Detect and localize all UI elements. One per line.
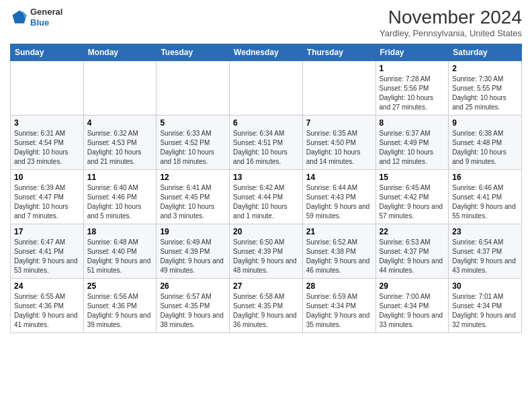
day-info: Sunrise: 6:59 AM Sunset: 4:34 PM Dayligh…: [306, 292, 372, 330]
calendar-cell: 25Sunrise: 6:56 AM Sunset: 4:36 PM Dayli…: [83, 279, 157, 333]
col-header-friday: Friday: [375, 44, 449, 61]
calendar-cell: 19Sunrise: 6:49 AM Sunset: 4:39 PM Dayli…: [157, 224, 230, 279]
calendar: SundayMondayTuesdayWednesdayThursdayFrid…: [10, 44, 522, 333]
calendar-cell: 6Sunrise: 6:34 AM Sunset: 4:51 PM Daylig…: [230, 116, 303, 170]
calendar-cell: [83, 61, 157, 116]
day-info: Sunrise: 7:30 AM Sunset: 5:55 PM Dayligh…: [452, 75, 518, 112]
day-info: Sunrise: 6:41 AM Sunset: 4:45 PM Dayligh…: [160, 183, 226, 221]
day-info: Sunrise: 6:37 AM Sunset: 4:49 PM Dayligh…: [380, 129, 445, 167]
day-number: 6: [233, 118, 299, 128]
day-number: 15: [380, 173, 445, 182]
day-number: 24: [14, 281, 80, 291]
calendar-cell: 30Sunrise: 7:01 AM Sunset: 4:34 PM Dayli…: [449, 279, 522, 333]
day-info: Sunrise: 6:39 AM Sunset: 4:47 PM Dayligh…: [14, 183, 80, 221]
calendar-week-3: 10Sunrise: 6:39 AM Sunset: 4:47 PM Dayli…: [11, 170, 522, 224]
title-section: November 2024 Yardley, Pennsylvania, Uni…: [380, 7, 522, 38]
col-header-sunday: Sunday: [11, 44, 84, 61]
col-header-thursday: Thursday: [302, 44, 375, 61]
calendar-cell: 3Sunrise: 6:31 AM Sunset: 4:54 PM Daylig…: [11, 116, 84, 170]
calendar-cell: 29Sunrise: 7:00 AM Sunset: 4:34 PM Dayli…: [375, 279, 449, 333]
calendar-cell: 28Sunrise: 6:59 AM Sunset: 4:34 PM Dayli…: [302, 279, 375, 333]
day-info: Sunrise: 6:56 AM Sunset: 4:36 PM Dayligh…: [87, 292, 153, 330]
month-title: November 2024: [380, 7, 522, 28]
day-number: 1: [380, 64, 445, 73]
day-info: Sunrise: 6:31 AM Sunset: 4:54 PM Dayligh…: [14, 129, 80, 167]
day-info: Sunrise: 7:28 AM Sunset: 5:56 PM Dayligh…: [380, 75, 445, 112]
day-info: Sunrise: 6:40 AM Sunset: 4:46 PM Dayligh…: [87, 183, 153, 221]
day-number: 17: [14, 227, 80, 236]
calendar-week-1: 1Sunrise: 7:28 AM Sunset: 5:56 PM Daylig…: [11, 61, 522, 116]
day-info: Sunrise: 6:53 AM Sunset: 4:37 PM Dayligh…: [380, 238, 445, 275]
location: Yardley, Pennsylvania, United States: [380, 28, 522, 38]
calendar-cell: 8Sunrise: 6:37 AM Sunset: 4:49 PM Daylig…: [375, 116, 449, 170]
day-info: Sunrise: 6:55 AM Sunset: 4:36 PM Dayligh…: [14, 292, 80, 330]
day-info: Sunrise: 6:52 AM Sunset: 4:38 PM Dayligh…: [306, 238, 372, 275]
day-number: 3: [14, 118, 80, 128]
calendar-cell: 27Sunrise: 6:58 AM Sunset: 4:35 PM Dayli…: [230, 279, 303, 333]
day-info: Sunrise: 6:44 AM Sunset: 4:43 PM Dayligh…: [306, 183, 372, 221]
calendar-cell: 12Sunrise: 6:41 AM Sunset: 4:45 PM Dayli…: [157, 170, 230, 224]
day-info: Sunrise: 6:33 AM Sunset: 4:52 PM Dayligh…: [160, 129, 226, 167]
day-number: 30: [452, 281, 518, 291]
day-info: Sunrise: 6:32 AM Sunset: 4:53 PM Dayligh…: [87, 129, 153, 167]
day-info: Sunrise: 6:38 AM Sunset: 4:48 PM Dayligh…: [452, 129, 518, 167]
col-header-tuesday: Tuesday: [157, 44, 230, 61]
calendar-cell: 18Sunrise: 6:48 AM Sunset: 4:40 PM Dayli…: [83, 224, 157, 279]
day-number: 19: [160, 227, 226, 236]
day-number: 11: [87, 173, 153, 182]
page: General Blue November 2024 Yardley, Penn…: [0, 0, 532, 411]
header: General Blue November 2024 Yardley, Penn…: [10, 7, 522, 38]
day-info: Sunrise: 6:48 AM Sunset: 4:40 PM Dayligh…: [87, 238, 153, 275]
calendar-cell: 24Sunrise: 6:55 AM Sunset: 4:36 PM Dayli…: [11, 279, 84, 333]
day-number: 2: [452, 64, 518, 73]
calendar-cell: 7Sunrise: 6:35 AM Sunset: 4:50 PM Daylig…: [302, 116, 375, 170]
calendar-cell: 17Sunrise: 6:47 AM Sunset: 4:41 PM Dayli…: [11, 224, 84, 279]
calendar-cell: 13Sunrise: 6:42 AM Sunset: 4:44 PM Dayli…: [230, 170, 303, 224]
day-number: 4: [87, 118, 153, 128]
day-number: 5: [160, 118, 226, 128]
calendar-cell: 1Sunrise: 7:28 AM Sunset: 5:56 PM Daylig…: [375, 61, 449, 116]
day-number: 29: [380, 281, 445, 291]
calendar-cell: 21Sunrise: 6:52 AM Sunset: 4:38 PM Dayli…: [302, 224, 375, 279]
day-info: Sunrise: 6:58 AM Sunset: 4:35 PM Dayligh…: [233, 292, 299, 330]
day-number: 20: [233, 227, 299, 236]
day-number: 12: [160, 173, 226, 182]
day-number: 8: [380, 118, 445, 128]
day-info: Sunrise: 7:00 AM Sunset: 4:34 PM Dayligh…: [380, 292, 445, 330]
day-info: Sunrise: 6:34 AM Sunset: 4:51 PM Dayligh…: [233, 129, 299, 167]
day-number: 14: [306, 173, 372, 182]
calendar-cell: 4Sunrise: 6:32 AM Sunset: 4:53 PM Daylig…: [83, 116, 157, 170]
calendar-cell: [11, 61, 84, 116]
day-info: Sunrise: 6:46 AM Sunset: 4:41 PM Dayligh…: [452, 183, 518, 221]
day-info: Sunrise: 6:57 AM Sunset: 4:35 PM Dayligh…: [160, 292, 226, 330]
calendar-cell: 15Sunrise: 6:45 AM Sunset: 4:42 PM Dayli…: [375, 170, 449, 224]
calendar-header-row: SundayMondayTuesdayWednesdayThursdayFrid…: [11, 44, 522, 61]
day-number: 10: [14, 173, 80, 182]
day-info: Sunrise: 6:50 AM Sunset: 4:39 PM Dayligh…: [233, 238, 299, 275]
calendar-week-4: 17Sunrise: 6:47 AM Sunset: 4:41 PM Dayli…: [11, 224, 522, 279]
col-header-saturday: Saturday: [449, 44, 522, 61]
day-number: 27: [233, 281, 299, 291]
day-info: Sunrise: 6:45 AM Sunset: 4:42 PM Dayligh…: [380, 183, 445, 221]
calendar-cell: 20Sunrise: 6:50 AM Sunset: 4:39 PM Dayli…: [230, 224, 303, 279]
day-number: 7: [306, 118, 372, 128]
calendar-cell: [157, 61, 230, 116]
calendar-cell: [230, 61, 303, 116]
calendar-week-2: 3Sunrise: 6:31 AM Sunset: 4:54 PM Daylig…: [11, 116, 522, 170]
calendar-cell: 11Sunrise: 6:40 AM Sunset: 4:46 PM Dayli…: [83, 170, 157, 224]
day-number: 28: [306, 281, 372, 291]
logo-text: General Blue: [30, 7, 62, 28]
calendar-cell: 9Sunrise: 6:38 AM Sunset: 4:48 PM Daylig…: [449, 116, 522, 170]
day-info: Sunrise: 6:54 AM Sunset: 4:37 PM Dayligh…: [452, 238, 518, 275]
calendar-week-5: 24Sunrise: 6:55 AM Sunset: 4:36 PM Dayli…: [11, 279, 522, 333]
logo-icon: [10, 8, 29, 27]
day-number: 22: [380, 227, 445, 236]
day-number: 26: [160, 281, 226, 291]
calendar-cell: 22Sunrise: 6:53 AM Sunset: 4:37 PM Dayli…: [375, 224, 449, 279]
calendar-cell: 16Sunrise: 6:46 AM Sunset: 4:41 PM Dayli…: [449, 170, 522, 224]
calendar-cell: 26Sunrise: 6:57 AM Sunset: 4:35 PM Dayli…: [157, 279, 230, 333]
calendar-cell: 2Sunrise: 7:30 AM Sunset: 5:55 PM Daylig…: [449, 61, 522, 116]
day-info: Sunrise: 6:35 AM Sunset: 4:50 PM Dayligh…: [306, 129, 372, 167]
calendar-cell: 23Sunrise: 6:54 AM Sunset: 4:37 PM Dayli…: [449, 224, 522, 279]
day-info: Sunrise: 6:49 AM Sunset: 4:39 PM Dayligh…: [160, 238, 226, 275]
